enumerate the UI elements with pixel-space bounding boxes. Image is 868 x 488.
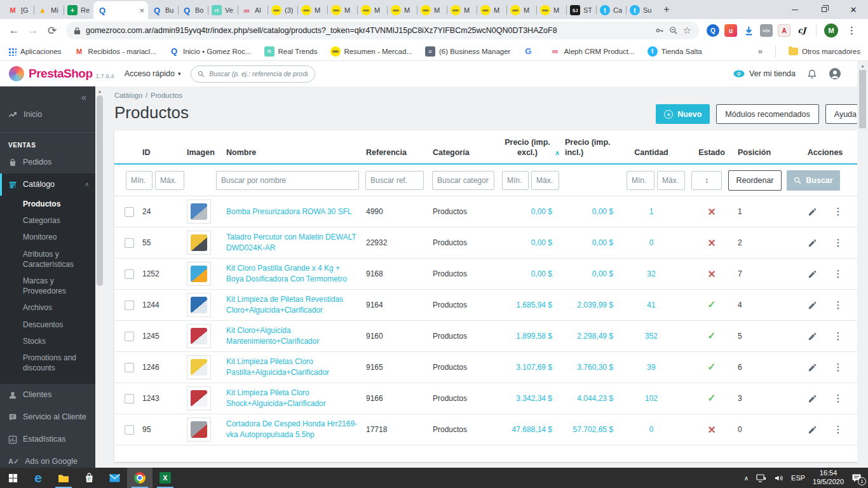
- sidebar-item-estadisticas[interactable]: Estadísticas: [0, 428, 95, 451]
- chrome-menu-icon[interactable]: ⋮: [843, 25, 860, 36]
- password-key-icon[interactable]: [655, 26, 664, 35]
- row-menu-kebab-icon[interactable]: ⋮: [834, 424, 843, 435]
- row-menu-kebab-icon[interactable]: ⋮: [834, 393, 843, 404]
- browser-tab[interactable]: M ×: [477, 1, 506, 19]
- column-header-status[interactable]: Estado: [689, 148, 734, 158]
- row-checkbox[interactable]: [125, 207, 134, 217]
- extension-orange-icon[interactable]: u: [724, 24, 737, 37]
- extension-pdf-icon[interactable]: A: [778, 24, 790, 37]
- column-header-id[interactable]: ID: [142, 148, 187, 158]
- row-checkbox[interactable]: [125, 363, 134, 372]
- filter-status-select[interactable]: ↕: [691, 171, 722, 190]
- column-header-name[interactable]: Nombre: [226, 148, 366, 158]
- product-price-excl[interactable]: 3.342,34 $: [503, 394, 552, 403]
- browser-tab[interactable]: M ×: [417, 1, 447, 19]
- product-name-link[interactable]: Kit Cloro+Alguicida Mantenimiento+Clarif…: [226, 325, 358, 348]
- network-icon[interactable]: [756, 474, 766, 482]
- row-menu-kebab-icon[interactable]: ⋮: [834, 237, 843, 248]
- row-menu-kebab-icon[interactable]: ⋮: [834, 362, 843, 373]
- browser-tab[interactable]: Bo ×: [178, 1, 208, 19]
- submenu-item[interactable]: Marcas y Proveedores: [0, 273, 95, 299]
- product-price-incl[interactable]: 2.039,99 $: [562, 301, 613, 309]
- status-toggle-icon[interactable]: [707, 395, 715, 403]
- taskbar-store[interactable]: [76, 468, 102, 488]
- filter-reference-input[interactable]: [365, 171, 424, 190]
- product-name-link[interactable]: Kit Cloro Pastilla Grande x 4 Kg + Boya …: [226, 263, 358, 285]
- browser-tab[interactable]: Mi ×: [34, 1, 64, 19]
- new-tab-button[interactable]: +: [658, 2, 675, 17]
- taskbar-edge[interactable]: e: [25, 468, 51, 488]
- admin-search-bar[interactable]: Buscar (p. ej.: referencia de producto, …: [191, 65, 315, 83]
- product-thumbnail[interactable]: [187, 417, 211, 442]
- product-price-incl[interactable]: 0,00 $: [562, 207, 613, 216]
- browser-tab[interactable]: M ×: [357, 1, 387, 19]
- product-thumbnail[interactable]: [187, 293, 211, 317]
- edit-pencil-icon[interactable]: [808, 394, 817, 403]
- bookmark-item[interactable]: (6) Business Manager: [425, 46, 511, 57]
- row-checkbox[interactable]: [125, 425, 134, 435]
- browser-tab[interactable]: Re ×: [64, 1, 93, 19]
- recommended-modules-button[interactable]: Módulos recomendados: [716, 104, 818, 124]
- submenu-item[interactable]: Stocks: [0, 333, 95, 349]
- edit-pencil-icon[interactable]: [808, 425, 817, 435]
- extension-q-icon[interactable]: Q: [707, 24, 719, 37]
- browser-tab[interactable]: Su ×: [626, 1, 656, 19]
- product-thumbnail[interactable]: [187, 324, 211, 348]
- edit-pencil-icon[interactable]: [808, 269, 817, 279]
- row-menu-kebab-icon[interactable]: ⋮: [834, 206, 843, 217]
- product-quantity[interactable]: 41: [613, 301, 689, 309]
- sidebar-collapse-button[interactable]: «: [0, 86, 95, 104]
- sidebar-item-inicio[interactable]: Inicio: [0, 104, 95, 126]
- row-checkbox[interactable]: [125, 238, 134, 248]
- product-thumbnail[interactable]: [187, 231, 211, 255]
- browser-tab[interactable]: Bu ×: [148, 1, 178, 19]
- sidebar-scrollbar[interactable]: ▲: [95, 86, 104, 468]
- column-header-quantity[interactable]: Cantidad: [613, 148, 689, 158]
- zoom-out-icon[interactable]: [669, 26, 678, 35]
- edit-pencil-icon[interactable]: [808, 207, 817, 217]
- submenu-item[interactable]: Monitoreo: [0, 229, 95, 245]
- taskbar-mail[interactable]: [102, 468, 127, 488]
- status-toggle-icon[interactable]: [708, 209, 715, 218]
- product-price-incl[interactable]: 57.702,65 $: [562, 425, 613, 434]
- product-name-link[interactable]: Kit Limpieza de Piletas Revestidas Cloro…: [226, 294, 358, 316]
- product-row[interactable]: 95 Cortadora De Cesped Honda Hrr2169-vka…: [114, 414, 865, 445]
- product-thumbnail[interactable]: [187, 200, 211, 224]
- product-price-excl[interactable]: 0,00 $: [503, 207, 552, 216]
- product-name-link[interactable]: Taladro Percutor con Maletin DEWALT DWD0…: [226, 232, 358, 254]
- filter-name-input[interactable]: [216, 171, 359, 190]
- filter-price-min-input[interactable]: [502, 171, 529, 190]
- page-scrollbar[interactable]: ▲: [857, 61, 868, 468]
- status-toggle-icon[interactable]: [707, 301, 715, 310]
- taskbar-clock[interactable]: 16:54 19/5/2020: [813, 469, 844, 487]
- bookmark-item[interactable]: Recibidos - mariacl...: [74, 46, 156, 57]
- taskbar-chrome[interactable]: [127, 468, 153, 488]
- submenu-item[interactable]: Archivos: [0, 299, 95, 316]
- row-checkbox[interactable]: [125, 394, 134, 403]
- column-header-category[interactable]: Categoría: [433, 148, 503, 158]
- notifications-bell-icon[interactable]: [807, 69, 817, 79]
- product-price-excl[interactable]: 1.685,94 $: [503, 301, 552, 309]
- product-quantity[interactable]: 352: [613, 332, 689, 341]
- filter-qty-max-input[interactable]: [657, 171, 685, 190]
- bookmark-item[interactable]: Aleph CRM Product...: [550, 46, 634, 57]
- status-toggle-icon[interactable]: [707, 363, 715, 372]
- product-row[interactable]: 24 Bomba Presurizadora ROWA 30 SFL 4990 …: [114, 196, 865, 227]
- tab-close-icon[interactable]: ×: [139, 6, 144, 15]
- breadcrumb-parent[interactable]: Catálogo: [114, 92, 142, 99]
- product-price-excl[interactable]: 3.107,69 $: [503, 363, 552, 372]
- submenu-item[interactable]: Productos: [0, 196, 95, 212]
- product-quantity[interactable]: 0: [613, 238, 689, 247]
- bookmark-star-icon[interactable]: ☆: [683, 25, 691, 36]
- forward-button[interactable]: →: [24, 22, 42, 39]
- browser-tab[interactable]: M ×: [536, 1, 566, 19]
- back-button[interactable]: ←: [5, 22, 23, 39]
- bookmark-item[interactable]: Real Trends: [264, 46, 318, 57]
- browser-tab[interactable]: Ca ×: [596, 1, 626, 19]
- product-row[interactable]: 1243 Kit Limpieza Pileta Cloro Shock+Alg…: [114, 383, 865, 414]
- edit-pencil-icon[interactable]: [808, 238, 817, 248]
- browser-tab[interactable]: [G ×: [4, 1, 34, 19]
- browser-tab[interactable]: M ×: [387, 1, 417, 19]
- scroll-up-arrow-icon[interactable]: ▲: [98, 86, 102, 93]
- scroll-up-arrow-icon[interactable]: ▲: [860, 61, 865, 68]
